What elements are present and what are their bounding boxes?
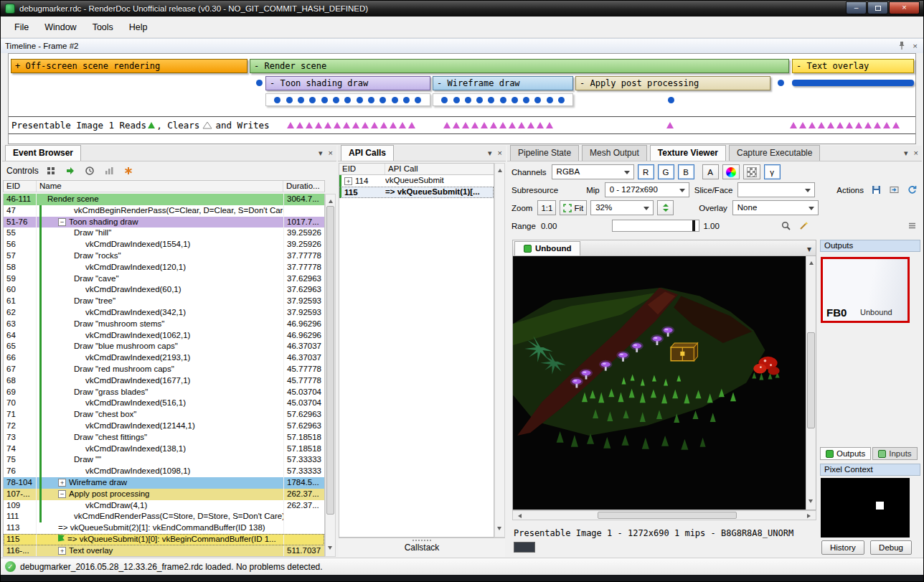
event-row[interactable]: 46-111 Render scene 3064.7...	[4, 194, 324, 205]
event-row[interactable]: 58 vkCmdDrawIndexed(120,1) 37.77778	[4, 262, 324, 273]
goto-eid-icon[interactable]	[63, 164, 77, 178]
minimize-button[interactable]: –	[846, 1, 867, 14]
texture-list-chevron-icon[interactable]: ▾	[807, 244, 811, 254]
timeline-close-icon[interactable]: ×	[913, 42, 918, 50]
zoom-select[interactable]: 32%	[590, 200, 654, 215]
callstack-section[interactable]: Callstack	[339, 538, 505, 557]
right-panel-tab[interactable]: Pipeline State	[510, 145, 579, 161]
titlebar[interactable]: debugmarker.rdc - RenderDoc Unofficial r…	[1, 1, 923, 17]
fb0-thumbnail[interactable]: FB0 Unbound	[821, 257, 910, 323]
event-browser-scrollbar[interactable]	[325, 194, 336, 557]
autofit-range-button[interactable]	[797, 219, 811, 233]
event-row[interactable]: 56 vkCmdDrawIndexed(1554,1) 39.25926	[4, 239, 324, 250]
texture-tab-unbound[interactable]: Unbound	[514, 241, 580, 255]
pin-icon[interactable]	[898, 41, 905, 50]
event-row[interactable]: 51-76 Toon shading draw 1017.7...	[4, 217, 324, 228]
scroll-thumb[interactable]	[807, 332, 815, 428]
refresh-button[interactable]	[905, 183, 919, 197]
event-row[interactable]: 63 Draw "mushroom stems" 46.96296	[4, 319, 324, 330]
timeline-bar-postproc[interactable]: - Apply post processing	[575, 76, 770, 90]
bookmark-icon[interactable]	[121, 164, 136, 178]
event-row[interactable]: 65 Draw "blue mushroom caps" 46.37037	[4, 341, 324, 352]
column-api-call[interactable]: API Call	[385, 164, 494, 174]
panel-menu-chevron-icon[interactable]: ▾	[319, 149, 323, 158]
scroll-down-icon[interactable]	[497, 527, 501, 532]
expand-toggle-icon[interactable]	[58, 479, 66, 487]
right-panel-tab[interactable]: Capture Executable	[729, 145, 820, 161]
colorwheel-button[interactable]	[722, 164, 740, 179]
event-row[interactable]: 74 vkCmdDrawIndexed(138,1) 57.18518	[4, 443, 324, 455]
column-eid[interactable]: EID	[339, 164, 385, 174]
right-panel-tab[interactable]: Mesh Output	[582, 145, 647, 161]
event-row[interactable]: 115 => vkQueueSubmit(1)[0]: vkBeginComma…	[4, 534, 324, 545]
panel-close-icon[interactable]: ×	[498, 149, 502, 158]
event-row[interactable]: 66 vkCmdDrawIndexed(2193,1) 46.37037	[4, 352, 324, 364]
column-duration[interactable]: Duratio...	[283, 181, 324, 192]
zoom-fit-button[interactable]: Fit	[560, 200, 587, 215]
expand-toggle-icon[interactable]	[58, 490, 66, 498]
scroll-thumb[interactable]	[326, 206, 334, 515]
event-row[interactable]: 59 Draw "cave" 37.62963	[4, 273, 324, 285]
debug-button[interactable]: Debug	[870, 540, 912, 555]
scroll-down-icon[interactable]	[328, 546, 332, 552]
checkerboard-button[interactable]	[743, 164, 760, 179]
slice-face-select[interactable]	[737, 182, 815, 197]
panel-menu-chevron-icon[interactable]: ▾	[488, 149, 492, 158]
column-eid[interactable]: EID	[4, 181, 37, 192]
event-row[interactable]: 64 vkCmdDrawIndexed(1062,1) 46.96296	[4, 330, 324, 342]
panel-close-icon[interactable]: ×	[914, 149, 918, 158]
channels-select[interactable]: RGBA	[552, 164, 634, 179]
timeline-bar-toon[interactable]: - Toon shading draw	[265, 76, 430, 90]
mip-select[interactable]: 0 - 1272x690	[605, 182, 689, 197]
event-row[interactable]: 107-... Apply post processing 262.37...	[4, 489, 324, 500]
event-row[interactable]: 62 vkCmdDrawIndexed(342,1) 37.92593	[4, 307, 324, 319]
scroll-up-icon[interactable]	[498, 166, 502, 172]
event-row[interactable]: 109 vkCmdDraw(4,1) 262.37...	[4, 500, 324, 512]
event-row[interactable]: 71 Draw "chest box" 57.62963	[4, 409, 324, 421]
scroll-up-icon[interactable]	[809, 259, 814, 265]
menu-item[interactable]: Window	[37, 19, 84, 35]
scroll-down-icon[interactable]	[808, 499, 813, 505]
event-row[interactable]: 68 vkCmdDrawIndexed(1677,1) 45.77778	[4, 375, 324, 387]
tab-event-browser[interactable]: Event Browser	[5, 145, 81, 161]
range-options-icon[interactable]	[905, 219, 919, 233]
event-row[interactable]: 60 vkCmdDrawIndexed(60,1) 37.62963	[4, 284, 324, 296]
flip-y-button[interactable]	[657, 200, 674, 215]
range-slider[interactable]	[612, 220, 699, 232]
expand-toggle-icon[interactable]	[344, 177, 352, 185]
open-texture-list-button[interactable]	[887, 183, 901, 197]
tab-outputs[interactable]: Outputs	[820, 447, 871, 460]
event-row[interactable]: 113 => vkQueueSubmit(2)[1]: vkEndCommand…	[4, 522, 324, 534]
texture-display[interactable]	[512, 255, 816, 510]
event-row[interactable]: 47 vkCmdBeginRenderPass(C=Clear, D=Clear…	[4, 205, 324, 217]
right-panel-tab[interactable]: Texture Viewer	[650, 145, 726, 161]
timeline-bar-offscreen[interactable]: + Off-screen scene rendering	[11, 59, 248, 73]
scroll-left-icon[interactable]	[516, 514, 522, 518]
event-row[interactable]: 78-104 Wireframe draw 1784.5...	[4, 477, 324, 489]
menu-item[interactable]: Tools	[85, 19, 121, 35]
scroll-up-icon[interactable]	[329, 197, 333, 203]
scroll-right-icon[interactable]	[807, 514, 813, 518]
event-row[interactable]: 69 Draw "grass blades" 45.03704	[4, 387, 324, 398]
texture-vertical-scrollbar[interactable]	[806, 256, 816, 510]
texture-horizontal-scrollbar[interactable]	[512, 510, 816, 520]
close-button[interactable]: ×	[889, 1, 920, 14]
event-row[interactable]: 67 Draw "red mushroom caps" 45.77778	[4, 364, 324, 375]
channel-r-button[interactable]: R	[638, 164, 654, 179]
maximize-button[interactable]	[867, 1, 888, 14]
menu-item[interactable]: File	[6, 19, 37, 35]
timeline-bar-wireframe[interactable]: - Wireframe draw	[433, 76, 573, 90]
api-call-row[interactable]: 114 vkQueueSubmit	[339, 175, 494, 187]
splitter-grip[interactable]	[412, 540, 431, 542]
event-row[interactable]: 116-... Text overlay 511.7037	[4, 545, 324, 557]
event-row[interactable]: 73 Draw "chest fittings" 57.18518	[4, 432, 324, 443]
event-row[interactable]: 70 vkCmdDrawIndexed(516,1) 45.03704	[4, 398, 324, 409]
expand-toggle-icon[interactable]	[58, 547, 66, 555]
event-row[interactable]: 61 Draw "tree" 37.92593	[4, 296, 324, 307]
stats-icon[interactable]	[102, 164, 116, 178]
column-name[interactable]: Name	[37, 181, 283, 192]
range-handle[interactable]	[692, 220, 695, 231]
api-calls-scrollbar[interactable]	[494, 163, 505, 538]
event-row[interactable]: 72 vkCmdDrawIndexed(12144,1) 57.62963	[4, 421, 324, 432]
event-row[interactable]: 55 Draw "hill" 39.25926	[4, 227, 324, 239]
